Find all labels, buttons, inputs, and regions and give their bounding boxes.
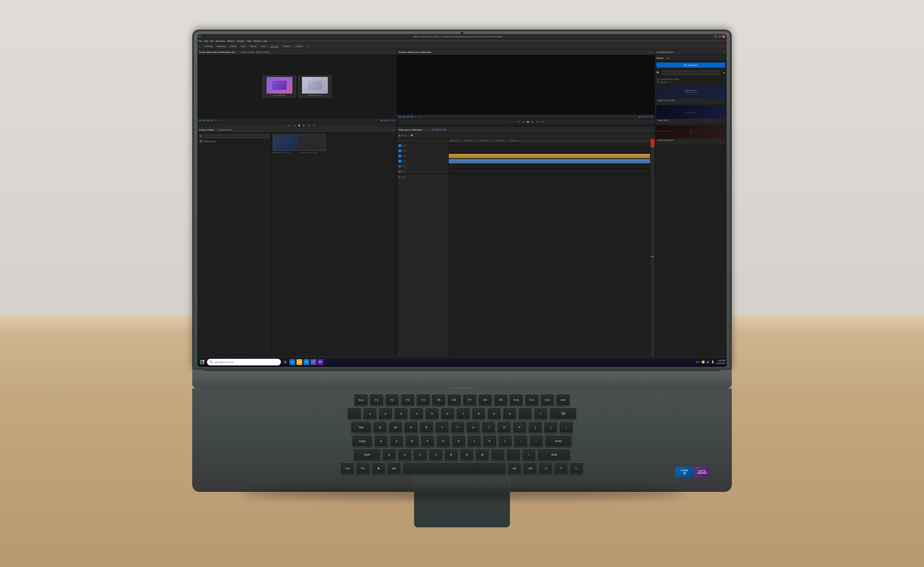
key-x[interactable]: X — [398, 449, 412, 460]
key-fn[interactable]: Fn — [356, 462, 370, 474]
key-comma[interactable]: , — [491, 449, 505, 460]
key-1[interactable]: 1 — [363, 408, 377, 420]
template-coming-up-next[interactable]: COMING UP NEXT ──────── Angled Coming Up… — [656, 86, 725, 104]
menu-clip[interactable]: Clip — [210, 40, 213, 42]
key-minus[interactable]: - — [518, 408, 532, 420]
search-bar[interactable]: 🔍 Type here to search — [207, 359, 281, 365]
libraries-checkbox[interactable] — [657, 81, 659, 83]
workspace-assembly[interactable]: Assembly — [217, 45, 226, 47]
track-a3-btn[interactable]: A3 — [398, 170, 401, 173]
prog-mark-in[interactable]: ⌐ — [507, 120, 511, 123]
menu-markers[interactable]: Markers — [227, 40, 235, 42]
maximize-button[interactable]: □ — [718, 35, 721, 38]
track-a1-btn[interactable]: A1 — [398, 160, 401, 163]
key-f8[interactable]: F8 — [478, 394, 492, 406]
key-6[interactable]: 6 — [441, 408, 454, 420]
local-checkbox[interactable] — [657, 78, 659, 80]
menu-help[interactable]: Help — [263, 40, 267, 42]
prog-step-fwd[interactable]: |▷ — [531, 120, 535, 123]
workspace-audio[interactable]: Audio — [261, 45, 266, 47]
key-f7[interactable]: F7 — [463, 394, 477, 406]
key-period[interactable]: . — [506, 449, 520, 460]
key-5[interactable]: 5 — [425, 408, 439, 420]
key-f3[interactable]: F3 — [400, 394, 415, 406]
key-win[interactable]: ⊞ — [372, 462, 386, 474]
prog-step-back[interactable]: ◁| — [522, 120, 525, 123]
key-r[interactable]: R — [420, 421, 434, 433]
explorer-icon[interactable]: 📁 — [296, 359, 302, 365]
menu-file[interactable]: File — [199, 40, 202, 42]
prog-goto-in[interactable]: |◁ — [517, 120, 520, 123]
prog-mark-out[interactable]: ¬ — [512, 120, 516, 123]
key-f9[interactable]: F9 — [494, 394, 508, 406]
key-s[interactable]: S — [390, 435, 404, 447]
key-rbracket[interactable]: ] — [544, 421, 558, 433]
key-tab[interactable]: Tab — [351, 421, 372, 433]
key-lbracket[interactable]: [ — [528, 421, 542, 433]
key-space[interactable] — [402, 462, 506, 474]
go-to-out-btn[interactable]: ▷| — [307, 123, 311, 127]
minimize-button[interactable]: ─ — [714, 35, 717, 38]
touchpad[interactable] — [414, 476, 510, 528]
key-caps[interactable]: Caps — [352, 435, 372, 447]
key-f5[interactable]: F5 — [432, 394, 446, 406]
workspace-editing[interactable]: Editing — [230, 45, 237, 47]
workspace-more[interactable]: » — [308, 45, 309, 47]
teams-icon[interactable]: T — [310, 359, 316, 365]
key-t[interactable]: T — [435, 421, 449, 433]
key-enter[interactable]: Enter — [545, 435, 572, 447]
timeline-tab[interactable]: Multi-screen Collaboration — [399, 129, 423, 131]
key-8[interactable]: 8 — [472, 408, 486, 420]
workspace-color[interactable]: Color — [241, 45, 245, 47]
key-9[interactable]: 9 — [487, 408, 501, 420]
key-f1[interactable]: F1 — [370, 394, 384, 406]
key-v[interactable]: V — [429, 449, 443, 460]
key-quote[interactable]: ' — [529, 435, 543, 447]
loop-btn[interactable]: ↺ — [312, 123, 316, 127]
window-controls[interactable]: ─ □ ✕ — [714, 35, 725, 38]
workspace-graphics[interactable]: Graphics — [270, 45, 278, 47]
menu-view[interactable]: View — [247, 40, 252, 42]
step-back-btn[interactable]: ◁| — [293, 123, 296, 127]
source-tab[interactable]: Source: Multi-screen Collaboration.mp4 — [199, 51, 235, 53]
key-2[interactable]: 2 — [378, 408, 393, 420]
eg-search-input[interactable] — [662, 71, 720, 75]
lumetri-tab[interactable]: Lumetri Scopes — [241, 51, 255, 53]
key-3[interactable]: 3 — [394, 408, 408, 420]
menu-edit[interactable]: Edit — [204, 40, 208, 42]
workspace-captions[interactable]: Captions — [283, 45, 291, 47]
key-m[interactable]: M — [475, 449, 489, 460]
key-l[interactable]: L — [498, 435, 512, 447]
play-btn[interactable]: ▶ — [297, 123, 301, 127]
track-v2-btn[interactable]: V2 — [398, 149, 401, 152]
key-7[interactable]: 7 — [456, 408, 470, 420]
premiere-taskbar-icon[interactable]: Pr — [318, 359, 323, 365]
key-f6[interactable]: F6 — [447, 394, 461, 406]
key-o[interactable]: O — [497, 421, 511, 433]
local-templates-option[interactable]: Local Templates Folder — [657, 78, 725, 80]
key-q[interactable]: Q — [373, 421, 387, 433]
track-a2-btn[interactable]: A2 — [398, 165, 401, 168]
key-f12[interactable]: F12 — [540, 394, 554, 406]
prog-play[interactable]: ▶ — [526, 120, 530, 123]
start-button[interactable] — [199, 359, 206, 365]
key-b[interactable]: B — [444, 449, 458, 460]
key-j[interactable]: J — [467, 435, 481, 447]
template-angled-image-caption[interactable]: IMAGE CAPTION HERE LIVE Angled Image Cap… — [656, 125, 725, 144]
step-fwd-btn[interactable]: |▷ — [302, 123, 306, 127]
v1-clip[interactable] — [449, 154, 653, 158]
effect-controls-tab[interactable]: Effect Controls — [256, 51, 270, 53]
key-equals[interactable]: = — [534, 408, 548, 420]
media-browser-tab[interactable]: Media Browser — [219, 129, 232, 131]
key-4[interactable]: 4 — [410, 408, 423, 420]
mark-in-btn[interactable]: ⌐ — [278, 123, 282, 127]
project-tab[interactable]: Project: Untitled — [199, 129, 214, 131]
key-g[interactable]: G — [436, 435, 450, 447]
export-icon[interactable]: ↑ — [724, 45, 725, 47]
eg-browse-tab[interactable]: Browse — [657, 57, 663, 59]
key-slash[interactable]: / — [522, 449, 536, 460]
key-right[interactable]: ▷ — [570, 462, 584, 474]
key-h[interactable]: H — [452, 435, 466, 447]
key-e[interactable]: E — [404, 421, 418, 433]
key-ctrl-left[interactable]: Ctrl — [340, 462, 354, 474]
